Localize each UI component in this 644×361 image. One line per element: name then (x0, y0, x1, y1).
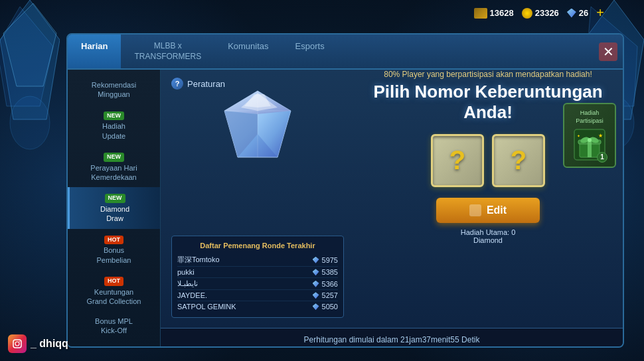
score-diamond-icon-3 (313, 281, 319, 287)
winner-name-4: JAYDEE. (177, 291, 313, 299)
winner-title: Daftar Pemenang Ronde Terakhir (177, 242, 338, 250)
badge-hot-2: HOT (104, 277, 123, 286)
sidebar-item-diamond-draw[interactable]: NEW DiamondDraw (68, 187, 160, 228)
svg-rect-24 (13, 340, 21, 348)
tab-komunitas[interactable]: Komunitas (214, 35, 282, 68)
content-left: Daftar Pemenang Ronde Terakhir 罪深Tomtoko… (171, 78, 344, 318)
diamond-count: 26 (579, 8, 588, 18)
coin-icon (522, 8, 532, 19)
hadiah-count-badge: 1 (597, 152, 607, 163)
coin-count: 23326 (535, 8, 559, 18)
sidebar-item-keuntungan[interactable]: HOT KeuntunganGrand Collection (68, 270, 160, 311)
svg-rect-18 (588, 140, 592, 157)
slot-2: ? (492, 134, 545, 187)
badge-new: NEW (104, 111, 124, 121)
tab-esports[interactable]: Esports (282, 35, 338, 68)
score-diamond-icon-2 (313, 269, 319, 275)
diamond-gem (218, 88, 297, 161)
svg-point-3 (10, 96, 50, 149)
winner-score-2: 5385 (313, 268, 338, 276)
hadiah-partisipasi-box: Hadiah Partisipasi (563, 103, 616, 167)
coin-stat: 23326 (522, 8, 559, 19)
main-content-area: ? Peraturan (161, 70, 623, 348)
sidebar-item-bonus-pembelian[interactable]: HOT BonusPembelian (68, 229, 160, 270)
winner-name-5: SATPOL GEMINK (177, 303, 313, 311)
table-row: نايطبـلا 5366 (177, 278, 338, 290)
diamond-icon (567, 9, 576, 18)
hadiah-partisipasi-label: Hadiah Partisipasi (570, 109, 609, 125)
diamond-stat: 26 (567, 8, 588, 18)
slot-1: ? (431, 134, 484, 187)
winner-name-1: 罪深Tomtoko (177, 255, 313, 265)
winner-name-3: نايطبـلا (177, 279, 313, 288)
winner-score-4: 5257 (313, 291, 338, 299)
score-diamond-icon-4 (313, 292, 319, 299)
close-button[interactable]: ✕ (599, 42, 617, 61)
gem-svg (218, 88, 297, 161)
content-right: 80% Player yang berpartisipasi akan mend… (353, 70, 623, 348)
edit-button[interactable]: Edit (436, 198, 540, 223)
winner-box: Daftar Pemenang Ronde Terakhir 罪深Tomtoko… (171, 236, 344, 318)
table-row: JAYDEE. 5257 (177, 290, 338, 301)
svg-point-25 (15, 342, 19, 346)
sidebar: RekomendasiMingguan NEW HadiahUpdate NEW… (68, 70, 161, 348)
slot-2-value: ? (511, 145, 526, 175)
badge-hot-1: HOT (104, 236, 123, 245)
svg-point-26 (19, 341, 21, 342)
winner-score-3: 5366 (313, 280, 338, 288)
score-diamond-icon-1 (313, 257, 319, 263)
tab-mlbb[interactable]: MLBB xTRANSFORMERS (121, 35, 214, 68)
slots-container: ? ? (431, 134, 545, 187)
sidebar-item-perayaan[interactable]: NEW Perayaan HariKemerdekaan (68, 146, 160, 187)
instagram-icon (8, 334, 27, 353)
countdown-text: Perhitungan dimulai dalam 21jam37menit55… (304, 335, 480, 344)
table-row: pukki 5385 (177, 267, 338, 278)
top-bar: 13628 23326 26 + (474, 5, 604, 21)
table-row: 罪深Tomtoko 5975 (177, 253, 338, 267)
svg-text:★: ★ (598, 133, 603, 139)
hadiah-image: ★ ✦ 1 (573, 128, 606, 161)
chest-icon (474, 8, 487, 19)
watermark: _ dhiqq (8, 334, 68, 353)
badge-new-2: NEW (104, 153, 124, 162)
main-modal: Harian MLBB xTRANSFORMERS Komunitas Espo… (66, 33, 624, 348)
table-row: SATPOL GEMINK 5050 (177, 301, 338, 312)
slot-1-value: ? (449, 145, 465, 175)
svg-point-21 (588, 138, 592, 142)
sidebar-item-hadiah-update[interactable]: NEW HadiahUpdate (68, 105, 160, 146)
svg-text:✦: ✦ (577, 134, 580, 138)
badge-new-3: NEW (105, 194, 125, 203)
crystal-left-decoration (0, 0, 60, 199)
winner-name-2: pukki (177, 268, 313, 276)
score-diamond-icon-5 (313, 303, 319, 310)
winner-score-1: 5975 (313, 256, 338, 264)
chest-stat: 13628 (474, 8, 514, 19)
tab-bar: Harian MLBB xTRANSFORMERS Komunitas Espo… (68, 35, 623, 70)
hadiah-utama: Hadiah Utama: 0 Diamond (461, 228, 516, 244)
sidebar-item-rekomendasi[interactable]: RekomendasiMingguan (68, 75, 160, 105)
sidebar-item-bonus-mpl[interactable]: Bonus MPLKick-Off (68, 311, 160, 341)
chest-count: 13628 (490, 8, 514, 18)
edit-icon (469, 204, 481, 216)
countdown-bar: Perhitungan dimulai dalam 21jam37menit55… (161, 328, 623, 348)
modal-body: RekomendasiMingguan NEW HadiahUpdate NEW… (68, 70, 623, 348)
participation-text: 80% Player yang berpartisipasi akan mend… (384, 70, 592, 79)
plus-button[interactable]: + (596, 5, 604, 21)
tab-harian[interactable]: Harian (68, 35, 121, 68)
watermark-text: _ dhiqq (31, 338, 68, 350)
winner-score-5: 5050 (313, 303, 338, 311)
